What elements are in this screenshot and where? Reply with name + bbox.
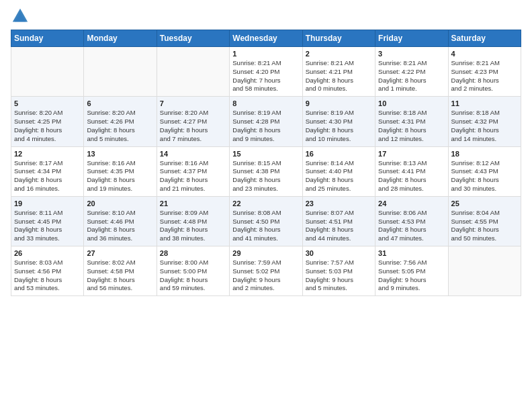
day-number: 15 [232, 150, 299, 158]
calendar-header-row: SundayMondayTuesdayWednesdayThursdayFrid… [11, 30, 521, 47]
day-number: 9 [306, 99, 372, 107]
day-number: 27 [87, 249, 153, 257]
calendar-cell: 31Sunrise: 7:56 AM Sunset: 5:05 PM Dayli… [375, 246, 448, 296]
calendar-cell: 8Sunrise: 8:19 AM Sunset: 4:28 PM Daylig… [230, 97, 302, 146]
day-info: Sunrise: 8:10 AM Sunset: 4:46 PM Dayligh… [87, 209, 153, 243]
calendar-week-row: 12Sunrise: 8:17 AM Sunset: 4:34 PM Dayli… [11, 146, 521, 196]
day-info: Sunrise: 8:00 AM Sunset: 5:00 PM Dayligh… [160, 259, 226, 293]
day-info: Sunrise: 8:21 AM Sunset: 4:22 PM Dayligh… [378, 59, 445, 93]
day-info: Sunrise: 7:57 AM Sunset: 5:03 PM Dayligh… [306, 259, 372, 293]
calendar-cell: 30Sunrise: 7:57 AM Sunset: 5:03 PM Dayli… [302, 246, 375, 296]
day-info: Sunrise: 8:07 AM Sunset: 4:51 PM Dayligh… [306, 209, 372, 243]
day-info: Sunrise: 7:59 AM Sunset: 5:02 PM Dayligh… [232, 259, 299, 293]
day-number: 2 [306, 50, 372, 58]
calendar-cell: 10Sunrise: 8:18 AM Sunset: 4:31 PM Dayli… [375, 97, 448, 146]
day-info: Sunrise: 7:56 AM Sunset: 5:05 PM Dayligh… [378, 259, 445, 293]
calendar-cell: 4Sunrise: 8:21 AM Sunset: 4:23 PM Daylig… [448, 47, 521, 97]
calendar-cell: 25Sunrise: 8:04 AM Sunset: 4:55 PM Dayli… [448, 196, 521, 246]
day-header-thursday: Thursday [302, 30, 375, 47]
header [11, 7, 521, 26]
day-info: Sunrise: 8:16 AM Sunset: 4:37 PM Dayligh… [160, 159, 226, 193]
day-info: Sunrise: 8:21 AM Sunset: 4:21 PM Dayligh… [306, 59, 372, 93]
calendar-cell: 22Sunrise: 8:08 AM Sunset: 4:50 PM Dayli… [230, 196, 302, 246]
day-number: 20 [87, 199, 153, 208]
calendar-cell: 26Sunrise: 8:03 AM Sunset: 4:56 PM Dayli… [11, 246, 84, 296]
day-number: 29 [232, 249, 299, 257]
calendar-cell [448, 246, 521, 296]
calendar-cell: 12Sunrise: 8:17 AM Sunset: 4:34 PM Dayli… [11, 146, 84, 196]
day-info: Sunrise: 8:02 AM Sunset: 4:58 PM Dayligh… [87, 259, 153, 293]
calendar-cell: 13Sunrise: 8:16 AM Sunset: 4:35 PM Dayli… [84, 146, 157, 196]
day-info: Sunrise: 8:21 AM Sunset: 4:20 PM Dayligh… [232, 59, 299, 93]
day-number: 22 [232, 199, 299, 208]
calendar-cell: 17Sunrise: 8:13 AM Sunset: 4:41 PM Dayli… [375, 146, 448, 196]
logo-icon [11, 7, 30, 26]
day-number: 11 [451, 99, 518, 107]
day-number: 12 [14, 150, 81, 158]
day-info: Sunrise: 8:11 AM Sunset: 4:45 PM Dayligh… [14, 209, 81, 243]
calendar-cell: 5Sunrise: 8:20 AM Sunset: 4:25 PM Daylig… [11, 97, 84, 146]
day-info: Sunrise: 8:08 AM Sunset: 4:50 PM Dayligh… [232, 209, 299, 243]
day-number: 21 [160, 199, 226, 208]
calendar-cell: 2Sunrise: 8:21 AM Sunset: 4:21 PM Daylig… [302, 47, 375, 97]
day-header-friday: Friday [375, 30, 448, 47]
calendar-week-row: 19Sunrise: 8:11 AM Sunset: 4:45 PM Dayli… [11, 196, 521, 246]
day-header-saturday: Saturday [448, 30, 521, 47]
day-number: 10 [378, 99, 445, 107]
calendar-cell: 28Sunrise: 8:00 AM Sunset: 5:00 PM Dayli… [157, 246, 229, 296]
day-header-sunday: Sunday [11, 30, 84, 47]
day-number: 18 [451, 150, 518, 158]
calendar-cell: 27Sunrise: 8:02 AM Sunset: 4:58 PM Dayli… [84, 246, 157, 296]
page: SundayMondayTuesdayWednesdayThursdayFrid… [0, 0, 532, 411]
calendar-cell: 7Sunrise: 8:20 AM Sunset: 4:27 PM Daylig… [157, 97, 229, 146]
calendar-cell: 21Sunrise: 8:09 AM Sunset: 4:48 PM Dayli… [157, 196, 229, 246]
calendar-cell: 11Sunrise: 8:18 AM Sunset: 4:32 PM Dayli… [448, 97, 521, 146]
calendar-cell: 14Sunrise: 8:16 AM Sunset: 4:37 PM Dayli… [157, 146, 229, 196]
calendar-cell [84, 47, 157, 97]
day-number: 1 [232, 50, 299, 58]
day-info: Sunrise: 8:20 AM Sunset: 4:25 PM Dayligh… [14, 109, 81, 143]
day-number: 13 [87, 150, 153, 158]
calendar-cell: 3Sunrise: 8:21 AM Sunset: 4:22 PM Daylig… [375, 47, 448, 97]
day-number: 25 [451, 199, 518, 208]
day-info: Sunrise: 8:18 AM Sunset: 4:31 PM Dayligh… [378, 109, 445, 143]
day-number: 8 [232, 99, 299, 107]
day-number: 6 [87, 99, 153, 107]
calendar-week-row: 1Sunrise: 8:21 AM Sunset: 4:20 PM Daylig… [11, 47, 521, 97]
calendar-cell: 15Sunrise: 8:15 AM Sunset: 4:38 PM Dayli… [230, 146, 302, 196]
calendar-cell: 16Sunrise: 8:14 AM Sunset: 4:40 PM Dayli… [302, 146, 375, 196]
calendar-cell: 23Sunrise: 8:07 AM Sunset: 4:51 PM Dayli… [302, 196, 375, 246]
calendar-cell [157, 47, 229, 97]
calendar-week-row: 26Sunrise: 8:03 AM Sunset: 4:56 PM Dayli… [11, 246, 521, 296]
day-number: 7 [160, 99, 226, 107]
calendar-cell: 20Sunrise: 8:10 AM Sunset: 4:46 PM Dayli… [84, 196, 157, 246]
day-info: Sunrise: 8:04 AM Sunset: 4:55 PM Dayligh… [451, 209, 518, 243]
day-info: Sunrise: 8:13 AM Sunset: 4:41 PM Dayligh… [378, 159, 445, 193]
logo [11, 7, 32, 26]
day-info: Sunrise: 8:03 AM Sunset: 4:56 PM Dayligh… [14, 259, 81, 293]
day-number: 4 [451, 50, 518, 58]
day-number: 14 [160, 150, 226, 158]
day-number: 19 [14, 199, 81, 208]
calendar-cell: 24Sunrise: 8:06 AM Sunset: 4:53 PM Dayli… [375, 196, 448, 246]
day-number: 26 [14, 249, 81, 257]
calendar-week-row: 5Sunrise: 8:20 AM Sunset: 4:25 PM Daylig… [11, 97, 521, 146]
calendar-table: SundayMondayTuesdayWednesdayThursdayFrid… [11, 30, 521, 296]
day-header-wednesday: Wednesday [230, 30, 302, 47]
calendar-cell [11, 47, 84, 97]
day-header-tuesday: Tuesday [157, 30, 229, 47]
calendar-cell: 1Sunrise: 8:21 AM Sunset: 4:20 PM Daylig… [230, 47, 302, 97]
day-info: Sunrise: 8:19 AM Sunset: 4:28 PM Dayligh… [232, 109, 299, 143]
calendar-cell: 29Sunrise: 7:59 AM Sunset: 5:02 PM Dayli… [230, 246, 302, 296]
day-info: Sunrise: 8:09 AM Sunset: 4:48 PM Dayligh… [160, 209, 226, 243]
day-info: Sunrise: 8:19 AM Sunset: 4:30 PM Dayligh… [306, 109, 372, 143]
day-number: 24 [378, 199, 445, 208]
day-info: Sunrise: 8:12 AM Sunset: 4:43 PM Dayligh… [451, 159, 518, 193]
day-info: Sunrise: 8:20 AM Sunset: 4:27 PM Dayligh… [160, 109, 226, 143]
day-info: Sunrise: 8:17 AM Sunset: 4:34 PM Dayligh… [14, 159, 81, 193]
day-number: 16 [306, 150, 372, 158]
calendar-cell: 18Sunrise: 8:12 AM Sunset: 4:43 PM Dayli… [448, 146, 521, 196]
day-info: Sunrise: 8:21 AM Sunset: 4:23 PM Dayligh… [451, 59, 518, 93]
day-info: Sunrise: 8:15 AM Sunset: 4:38 PM Dayligh… [232, 159, 299, 193]
calendar-cell: 19Sunrise: 8:11 AM Sunset: 4:45 PM Dayli… [11, 196, 84, 246]
